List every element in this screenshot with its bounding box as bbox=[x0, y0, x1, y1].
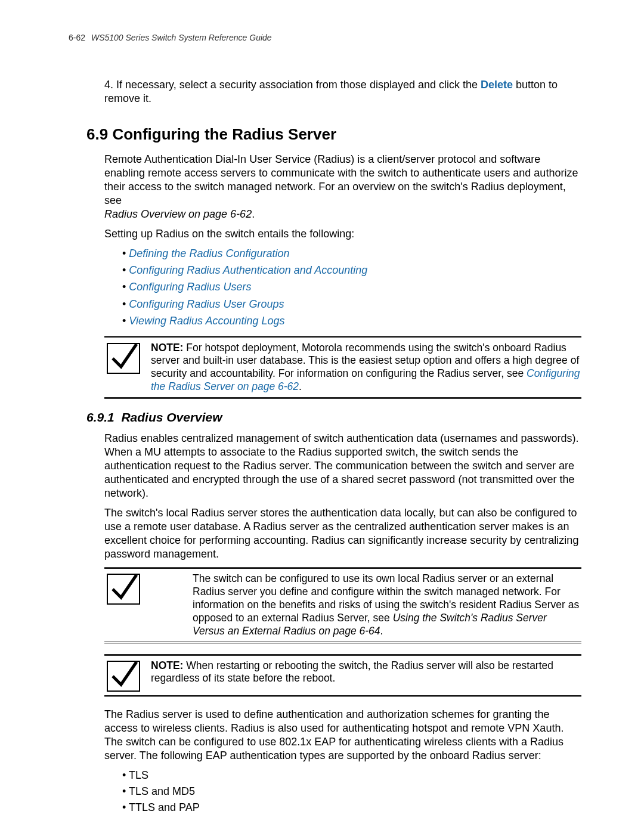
list-item: TLS and MD5 bbox=[122, 785, 581, 798]
intro-paragraph-2: Setting up Radius on the switch entails … bbox=[104, 227, 581, 241]
note-tail: . bbox=[380, 625, 383, 637]
toc-link[interactable]: Viewing Radius Accounting Logs bbox=[129, 315, 284, 327]
checkmark-icon bbox=[107, 574, 140, 605]
numbered-step: 4. If necessary, select a security assoc… bbox=[104, 78, 581, 106]
note-box-3: NOTE: When restarting or rebooting the s… bbox=[104, 654, 581, 697]
list-item: TLS bbox=[122, 769, 581, 782]
note-body: For hotspot deployment, Motorola recomme… bbox=[151, 342, 579, 380]
note-label: NOTE: bbox=[151, 659, 183, 671]
subsection-heading: 6.9.1 Radius Overview bbox=[86, 410, 581, 426]
subsection-body: Radius enables centralized management of… bbox=[104, 432, 581, 815]
step-number: 4. bbox=[104, 79, 113, 91]
toc-item[interactable]: Configuring Radius User Groups bbox=[122, 298, 581, 311]
document-page: 6-62 WS5100 Series Switch System Referen… bbox=[0, 0, 644, 833]
after-paragraph: The Radius server is used to define auth… bbox=[104, 708, 581, 763]
toc-item[interactable]: Configuring Radius Authentication and Ac… bbox=[122, 264, 581, 277]
note-text: NOTE: For hotspot deployment, Motorola r… bbox=[151, 342, 581, 394]
subsection-title: Radius Overview bbox=[121, 410, 222, 424]
note-label: NOTE: bbox=[151, 342, 183, 354]
checkmark-icon bbox=[107, 343, 140, 374]
step-text-prefix: If necessary, select a security associat… bbox=[116, 79, 481, 91]
toc-link[interactable]: Configuring Radius User Groups bbox=[129, 298, 284, 310]
list-item: TTLS and PAP bbox=[122, 801, 581, 815]
section-title: Configuring the Radius Server bbox=[112, 125, 336, 143]
note-tail: . bbox=[299, 380, 302, 392]
toc-item[interactable]: Defining the Radius Configuration bbox=[122, 247, 581, 261]
section-heading: 6.9 Configuring the Radius Server bbox=[86, 125, 581, 144]
checkmark-icon bbox=[107, 661, 140, 692]
intro-paragraph-1: Remote Authentication Dial-In User Servi… bbox=[104, 153, 581, 221]
note-box-1: NOTE: For hotspot deployment, Motorola r… bbox=[104, 336, 581, 400]
toc-link[interactable]: Defining the Radius Configuration bbox=[129, 247, 289, 259]
eap-list: TLS TLS and MD5 TTLS and PAP bbox=[122, 769, 581, 815]
page-number: 6-62 bbox=[69, 33, 85, 42]
subsection-number: 6.9.1 bbox=[86, 410, 114, 424]
note-text: NOTE: When restarting or rebooting the s… bbox=[151, 659, 581, 686]
overview-paragraph-2: The switch's local Radius server stores … bbox=[104, 506, 581, 561]
toc-list: Defining the Radius Configuration Config… bbox=[104, 247, 581, 327]
delete-keyword: Delete bbox=[481, 79, 513, 91]
doc-title: WS5100 Series Switch System Reference Gu… bbox=[91, 33, 272, 42]
overview-paragraph-1: Radius enables centralized management of… bbox=[104, 432, 581, 500]
note-box-2: The switch can be configured to use its … bbox=[104, 567, 581, 643]
toc-link[interactable]: Configuring Radius Authentication and Ac… bbox=[129, 264, 367, 276]
page-header: 6-62 WS5100 Series Switch System Referen… bbox=[69, 33, 581, 44]
section-body: Remote Authentication Dial-In User Servi… bbox=[104, 153, 581, 399]
intro-reference: Radius Overview on page 6-62 bbox=[104, 208, 252, 220]
note-text: The switch can be configured to use its … bbox=[151, 572, 581, 637]
note-body: When restarting or rebooting the switch,… bbox=[151, 659, 553, 685]
toc-link[interactable]: Configuring Radius Users bbox=[129, 281, 251, 293]
toc-item[interactable]: Configuring Radius Users bbox=[122, 280, 581, 294]
intro-text: Remote Authentication Dial-In User Servi… bbox=[104, 153, 578, 206]
section-number: 6.9 bbox=[86, 125, 108, 143]
toc-item[interactable]: Viewing Radius Accounting Logs bbox=[122, 314, 581, 328]
